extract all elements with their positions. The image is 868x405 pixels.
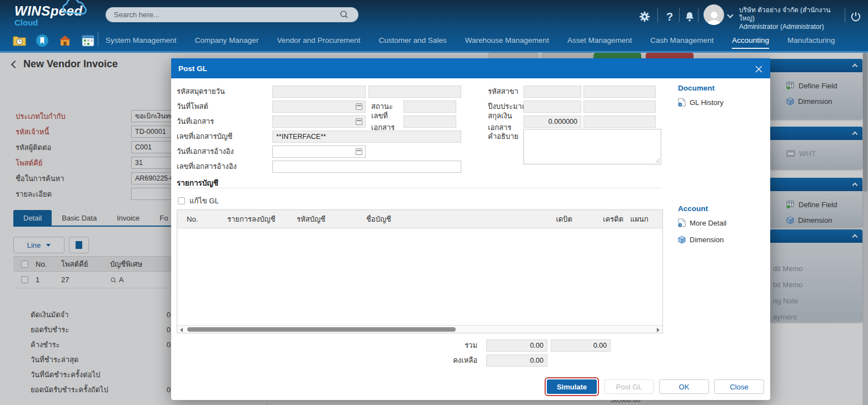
document-icon (678, 98, 686, 107)
simulate-highlight-ring: Simulate (545, 377, 599, 396)
remaining-label: คงเหลือ (451, 354, 477, 366)
logo-subtext: Cloud (14, 18, 83, 27)
ref-doc-no-input[interactable] (272, 161, 461, 173)
post-date-input (272, 101, 366, 113)
col-debit: เดบิต (517, 213, 572, 225)
scroll-left-arrow-icon[interactable] (180, 328, 183, 332)
more-detail-link[interactable]: More Detail (678, 216, 772, 229)
user-avatar[interactable] (704, 4, 724, 25)
application-window: WINSpeed Cloud ? บริษัท ตั (0, 0, 868, 405)
sum-debit-input: 0.00 (486, 339, 547, 352)
gl-table-body-empty (177, 228, 662, 325)
fiscal-year-input (523, 101, 581, 113)
nav-vendor-procurement[interactable]: Vendor and Procurement (277, 29, 360, 51)
user-menu-chevron-icon[interactable] (727, 12, 733, 18)
divider (177, 188, 661, 188)
nav-system-management[interactable]: System Management (106, 29, 177, 51)
calendar-icon (356, 118, 362, 125)
gl-history-link[interactable]: GL History (678, 96, 772, 109)
nav-asset-management[interactable]: Asset Management (567, 29, 632, 51)
user-info[interactable]: บริษัท ตัวอย่าง จำกัด (สำนักงานใหญ่) Adm… (739, 6, 844, 31)
gl-table-header: No. รายการลงบัญชี รหัสบัญชี ชื่อบัญชี เด… (177, 210, 662, 228)
resize-handle-icon[interactable] (655, 158, 660, 163)
journal-code-input (272, 86, 366, 98)
modal-side-links: Document GL History Account More Detail … (678, 84, 772, 246)
doc-date-input (272, 116, 366, 128)
scrollbar-thumb[interactable] (187, 327, 456, 332)
schedule-calendar-icon[interactable] (81, 33, 95, 48)
nav-manufacturing[interactable]: Manufacturing (787, 29, 835, 51)
account-section-title: Account (678, 204, 772, 213)
doc-no-input (403, 116, 456, 128)
remaining-input: 0.00 (486, 354, 547, 367)
modal-form-right: รหัสสาขา ปีงบประมาณ สกุลเงินเอกสาร 0.000… (488, 84, 661, 168)
user-company: บริษัท ตัวอย่าง จำกัด (สำนักงานใหญ่) (739, 6, 844, 23)
bookmark-icon[interactable] (35, 33, 49, 48)
col-credit: เครดิต (572, 213, 623, 225)
close-button[interactable]: Close (714, 379, 764, 394)
search-icon[interactable] (339, 9, 349, 22)
divider (657, 8, 658, 22)
col-account-code: รหัสบัญชี (297, 213, 366, 225)
calendar-icon[interactable] (356, 148, 362, 155)
edit-gl-label: แก้ไข GL (189, 195, 219, 207)
document-icon (678, 218, 686, 227)
description-textarea[interactable] (523, 129, 661, 164)
sum-credit-input: 0.00 (551, 339, 611, 352)
scroll-right-arrow-icon[interactable] (657, 328, 660, 332)
divider (698, 8, 699, 22)
col-no: No. (177, 215, 227, 223)
label-ref-doc-no: เลขที่เอกสารอ้างอิง (177, 161, 272, 172)
col-entry: รายการลงบัญชี (227, 213, 297, 225)
exchange-rate-input: 0.000000 (523, 116, 581, 128)
sum-label: รวม (451, 339, 477, 351)
label-branch-code: รหัสสาขา (488, 86, 523, 97)
nav-cash-management[interactable]: Cash Management (650, 29, 714, 51)
divider (98, 32, 98, 47)
ref-doc-date-input[interactable] (272, 146, 366, 158)
calendar-icon (356, 103, 362, 110)
document-section-title: Document (678, 84, 772, 92)
simulate-button[interactable]: Simulate (547, 379, 597, 394)
nav-warehouse-management[interactable]: Warehouse Management (465, 29, 549, 51)
recent-folder-icon[interactable] (12, 33, 27, 48)
dimension-link[interactable]: Dimension (678, 233, 772, 246)
modal-buttons: Simulate Post GL OK Close (545, 377, 764, 396)
nav-accounting[interactable]: Accounting (732, 29, 769, 51)
main-navigation: System Management Company Manager Vendor… (106, 29, 835, 51)
nav-customer-sales[interactable]: Customer and Sales (378, 29, 446, 51)
modal-title: Post GL (178, 64, 207, 73)
logout-power-icon[interactable] (849, 10, 862, 23)
col-department: แผนก (623, 213, 662, 225)
notifications-bell-icon[interactable] (683, 10, 696, 23)
branch-name-input (583, 86, 656, 98)
edit-gl-checkbox[interactable] (178, 197, 185, 204)
divider (845, 8, 845, 22)
nav-company-manager[interactable]: Company Manager (195, 29, 259, 51)
gl-doc-no-input: **INTERFACE** (272, 131, 461, 143)
label-journal-code: รหัสสมุดรายวัน (177, 86, 272, 97)
quick-app-icons (12, 33, 95, 48)
cloud-logo-icon (60, 0, 89, 19)
top-bar: WINSpeed Cloud ? บริษัท ตั (0, 0, 868, 53)
col-account-name: ชื่อบัญชี (366, 213, 517, 225)
modal-header: Post GL (171, 58, 770, 78)
post-gl-modal: Post GL รหัสสมุดรายวัน วันที่โพสต์ สถานะ… (171, 58, 770, 400)
label-doc-no: เลขที่เอกสาร (366, 110, 403, 133)
close-icon[interactable] (752, 63, 765, 75)
settings-gear-icon[interactable] (638, 10, 651, 23)
label-doc-date: วันที่เอกสาร (177, 116, 272, 127)
search-input[interactable] (106, 7, 358, 22)
home-icon[interactable] (58, 33, 72, 48)
modal-form-left: รหัสสมุดรายวัน วันที่โพสต์ สถานะ วันที่เ… (177, 84, 461, 174)
help-icon[interactable]: ? (663, 10, 676, 23)
label-gl-doc-no: เลขที่เอกสารบัญชี (177, 131, 272, 142)
label-description: คำอธิบาย (488, 129, 523, 142)
journal-name-input (368, 86, 461, 98)
currency-input (583, 116, 656, 128)
ok-button[interactable]: OK (659, 379, 709, 394)
branch-code-input (523, 86, 581, 98)
horizontal-scrollbar[interactable] (177, 325, 662, 333)
post-gl-button[interactable]: Post GL (604, 379, 654, 394)
account-entries-section-title: รายการบัญชี (177, 177, 218, 189)
